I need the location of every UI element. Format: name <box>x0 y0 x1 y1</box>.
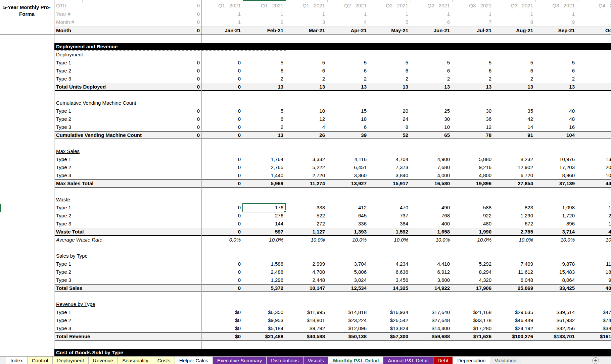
cell[interactable]: Sep-21 <box>535 27 577 35</box>
cell[interactable]: 37,139 <box>535 179 577 188</box>
cell[interactable]: 13,2 <box>577 155 611 163</box>
cell[interactable]: 44,7 <box>577 179 611 188</box>
cell[interactable]: 1,592 <box>369 228 411 236</box>
cell[interactable]: 0 <box>201 268 243 276</box>
cell[interactable]: 333 <box>286 204 327 212</box>
cell[interactable]: $100,276 <box>494 332 535 341</box>
cell[interactable]: 6 <box>243 115 286 123</box>
cell[interactable]: 10.0% <box>494 236 535 244</box>
cell[interactable]: 5,292 <box>452 260 494 268</box>
cell[interactable]: 6,048 <box>494 276 535 284</box>
cell[interactable]: 0 <box>201 260 243 268</box>
cell[interactable]: 4,000 <box>411 171 452 179</box>
cell[interactable]: Q1 - 2021 <box>286 2 327 10</box>
cell[interactable]: $21,168 <box>452 308 494 316</box>
cell[interactable]: $11,995 <box>286 308 327 316</box>
cell[interactable]: Q2 - 2021 <box>411 2 452 10</box>
cell[interactable]: May-21 <box>369 27 411 35</box>
cell[interactable]: 25,069 <box>494 284 535 292</box>
row-label[interactable]: Type 1 <box>56 204 71 212</box>
cell[interactable]: Feb-21 <box>243 27 286 35</box>
cell[interactable]: 52 <box>369 131 411 139</box>
cell[interactable]: 490 <box>411 204 452 212</box>
cell[interactable]: 9 <box>535 18 577 27</box>
row-label[interactable]: Type 2 <box>56 212 71 220</box>
row-label[interactable]: Type 2 <box>56 115 71 123</box>
cell[interactable]: 896 <box>535 220 577 228</box>
cell[interactable]: 11,9 <box>577 260 611 268</box>
cell[interactable]: 39 <box>327 131 369 139</box>
cell[interactable]: 0 <box>148 18 201 27</box>
cell[interactable]: 5,806 <box>327 268 369 276</box>
cell[interactable]: 8,232 <box>494 155 535 163</box>
cell[interactable]: 12 <box>286 115 327 123</box>
cell[interactable]: 768 <box>411 212 452 220</box>
cell[interactable]: 1,296 <box>243 276 286 284</box>
cell[interactable]: 10.0% <box>243 236 286 244</box>
cell[interactable]: $32,256 <box>535 324 577 332</box>
cell[interactable]: 0 <box>201 115 243 123</box>
cell[interactable]: 42 <box>494 115 535 123</box>
row-label[interactable]: Year # <box>56 10 70 18</box>
cell[interactable]: 0 <box>201 179 243 188</box>
cell[interactable]: $74,6 <box>577 316 611 324</box>
cell[interactable]: 0 <box>201 75 243 83</box>
cell[interactable]: 4 <box>286 123 327 131</box>
row-label[interactable]: Type 2 <box>56 67 71 75</box>
cell[interactable]: 0 <box>148 27 201 35</box>
cell[interactable]: 4,410 <box>411 260 452 268</box>
cell[interactable]: 0 <box>201 83 243 91</box>
cell[interactable]: 20 <box>369 107 411 115</box>
cell[interactable]: 1 <box>577 131 611 139</box>
cell[interactable]: $40,588 <box>286 332 327 341</box>
cell[interactable]: 480 <box>452 220 494 228</box>
cell[interactable]: 10,8 <box>577 171 611 179</box>
cell[interactable]: 10.0% <box>411 236 452 244</box>
cell[interactable]: 1,3 <box>577 204 611 212</box>
cell[interactable]: 10.0 <box>577 236 611 244</box>
cell[interactable]: 2,720 <box>286 171 327 179</box>
row-label[interactable]: Type 1 <box>56 155 71 163</box>
cell[interactable]: 1,440 <box>243 171 286 179</box>
row-label[interactable]: Max Sales <box>56 147 80 155</box>
cell[interactable]: 6 <box>243 67 286 75</box>
cell[interactable]: 10,976 <box>535 155 577 163</box>
cell[interactable]: 823 <box>494 204 535 212</box>
cell[interactable]: 3,600 <box>411 276 452 284</box>
cell[interactable]: 0 <box>201 284 243 292</box>
row-label[interactable]: Max Sales Total <box>56 179 93 188</box>
cell[interactable]: 8 <box>494 18 535 27</box>
cell[interactable]: Jan-21 <box>201 27 243 35</box>
cell[interactable]: 922 <box>452 212 494 220</box>
cell[interactable]: 1 <box>327 10 369 18</box>
cell[interactable]: 3,714 <box>535 228 577 236</box>
tab-control[interactable]: Control <box>28 357 53 364</box>
cell[interactable]: 26 <box>286 131 327 139</box>
section-bar-title[interactable]: Deployment and Revenue <box>56 43 117 51</box>
cell[interactable]: 2,785 <box>494 228 535 236</box>
row-label[interactable]: Type 1 <box>56 260 71 268</box>
row-label[interactable]: Average Waste Rate <box>56 236 102 244</box>
cell[interactable]: 276 <box>243 212 286 220</box>
cell[interactable]: 6 <box>286 67 327 75</box>
cell[interactable]: 9,878 <box>535 260 577 268</box>
cell[interactable]: 33,425 <box>535 284 577 292</box>
row-label[interactable]: Total Sales <box>56 284 82 292</box>
cell[interactable]: Q3 - 2021 <box>535 2 577 10</box>
cell[interactable]: $14,400 <box>411 324 452 332</box>
cell[interactable]: 5 <box>494 59 535 67</box>
row-label[interactable]: Type 2 <box>56 268 71 276</box>
row-label[interactable]: Type 2 <box>56 316 71 324</box>
cell[interactable]: 0 <box>201 212 243 220</box>
cell[interactable]: 1,658 <box>411 228 452 236</box>
cell[interactable]: 13 <box>535 83 577 91</box>
cell[interactable]: 5,880 <box>452 155 494 163</box>
cell[interactable]: 6 <box>411 18 452 27</box>
cell[interactable]: 4,800 <box>452 171 494 179</box>
cell[interactable]: 15,483 <box>535 268 577 276</box>
cell[interactable]: $0 <box>201 308 243 316</box>
cell[interactable]: 16,580 <box>411 179 452 188</box>
cell[interactable]: 1 <box>286 10 327 18</box>
cell[interactable]: $33,178 <box>452 316 494 324</box>
cell[interactable]: 1 <box>535 10 577 18</box>
